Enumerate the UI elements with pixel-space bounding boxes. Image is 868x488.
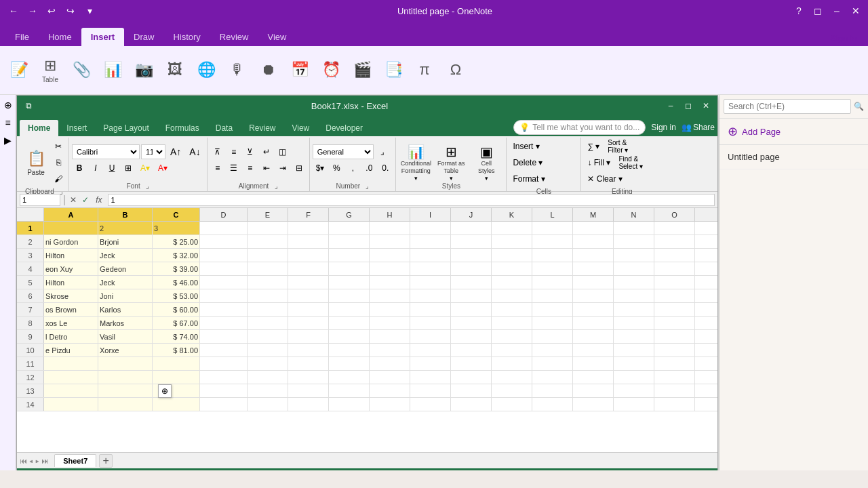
cell-5-H[interactable]	[370, 276, 410, 289]
cell-9-B[interactable]: Vasil	[98, 330, 153, 343]
cell-5-I[interactable]	[410, 276, 451, 289]
excel-restore-down[interactable]: ⧉	[22, 100, 35, 112]
cell-3-H[interactable]	[370, 249, 410, 262]
insert-cells-button[interactable]: Insert ▾	[509, 139, 564, 154]
cell-10-N[interactable]	[614, 344, 654, 357]
cell-9-N[interactable]	[614, 330, 654, 343]
excel-close[interactable]: ✕	[700, 100, 712, 112]
page-item-untitled[interactable]: Untitled page	[719, 145, 868, 169]
cell-12-J[interactable]	[451, 371, 492, 384]
cell-8-D[interactable]	[200, 317, 248, 329]
cell-14-D[interactable]	[200, 398, 248, 411]
cell-3-D[interactable]	[200, 249, 248, 262]
decrease-decimal-button[interactable]: 0.	[378, 161, 393, 176]
cell-3-I[interactable]	[410, 249, 451, 262]
currency-button[interactable]: $▾	[313, 161, 328, 176]
help-button[interactable]: ?	[792, 4, 806, 18]
font-family-select[interactable]: Calibri	[72, 144, 140, 159]
cell-1-I[interactable]	[410, 222, 451, 235]
cell-12-I[interactable]	[410, 371, 451, 384]
cell-9-L[interactable]	[532, 330, 573, 343]
cell-11-I[interactable]	[410, 357, 451, 370]
onenote-search-input[interactable]	[724, 99, 851, 114]
tell-me-box[interactable]: 💡 Tell me what you want to do...	[513, 120, 646, 135]
cell-2-L[interactable]	[532, 235, 573, 248]
cell-9-I[interactable]	[410, 330, 451, 343]
cell-14-L[interactable]	[532, 398, 573, 411]
cell-12-E[interactable]	[248, 371, 288, 384]
cell-11-N[interactable]	[614, 357, 654, 370]
cell-7-D[interactable]	[200, 303, 248, 316]
col-header-D[interactable]: D	[200, 208, 248, 222]
format-cells-button[interactable]: Format ▾	[509, 171, 564, 186]
cell-2-J[interactable]	[451, 235, 492, 248]
cell-13-I[interactable]	[410, 384, 451, 397]
row-num-5[interactable]: 5	[17, 276, 44, 289]
search-icon[interactable]: 🔍	[854, 102, 864, 111]
cell-11-B[interactable]	[98, 357, 153, 370]
cell-5-K[interactable]	[492, 276, 532, 289]
row-num-13[interactable]: 13	[17, 384, 44, 397]
video-record-icon[interactable]: ⏺	[255, 53, 282, 88]
cell-6-G[interactable]	[329, 289, 370, 302]
web-icon[interactable]: 🌐	[193, 53, 220, 88]
cell-11-A[interactable]	[44, 357, 98, 370]
cell-6-I[interactable]	[410, 289, 451, 302]
cell-3-F[interactable]	[288, 249, 329, 262]
cell-1-B[interactable]: 2	[98, 222, 153, 235]
cell-12-B[interactable]	[98, 371, 153, 384]
row-num-1[interactable]: 1	[17, 222, 44, 235]
cell-5-J[interactable]	[451, 276, 492, 289]
cell-4-A[interactable]: eon Xuy	[44, 262, 98, 275]
cell-6-M[interactable]	[573, 289, 614, 302]
increase-font-size-button[interactable]: A↑	[167, 144, 184, 159]
cell-4-J[interactable]	[451, 262, 492, 275]
cell-13-E[interactable]	[248, 384, 288, 397]
cell-13-O[interactable]	[654, 384, 695, 397]
percent-button[interactable]: %	[329, 161, 344, 176]
cell-9-C[interactable]: $ 74.00	[153, 330, 200, 343]
cell-14-A[interactable]	[44, 398, 98, 411]
cell-5-L[interactable]	[532, 276, 573, 289]
cell-8-O[interactable]	[654, 317, 695, 329]
cell-10-J[interactable]	[451, 344, 492, 357]
cell-3-C[interactable]: $ 32.00	[153, 249, 200, 262]
cell-7-H[interactable]	[370, 303, 410, 316]
cell-4-G[interactable]	[329, 262, 370, 275]
col-header-E[interactable]: E	[248, 208, 288, 222]
copy-button[interactable]: ⎘	[51, 155, 66, 170]
excel-maximize[interactable]: ◻	[682, 100, 694, 112]
left-tool-1[interactable]: ⊕	[1, 98, 16, 113]
excel-share[interactable]: 👥 Share	[682, 123, 715, 132]
add-page-button[interactable]: ⊕ Add Page	[719, 119, 868, 145]
cell-10-G[interactable]	[329, 344, 370, 357]
cell-2-G[interactable]	[329, 235, 370, 248]
pdf-icon[interactable]: 📑	[380, 53, 407, 88]
cell-13-N[interactable]	[614, 384, 654, 397]
excel-tab-insert[interactable]: Insert	[58, 120, 95, 136]
cell-8-M[interactable]	[573, 317, 614, 329]
cell-1-O[interactable]	[654, 222, 695, 235]
cell-6-E[interactable]	[248, 289, 288, 302]
align-bottom-button[interactable]: ⊻	[243, 144, 258, 159]
cell-13-F[interactable]	[288, 384, 329, 397]
omega-icon[interactable]: Ω	[442, 53, 469, 88]
align-middle-button[interactable]: ≡	[226, 144, 241, 159]
cell-9-J[interactable]	[451, 330, 492, 343]
forward-button[interactable]: →	[24, 3, 41, 19]
cell-13-K[interactable]	[492, 384, 532, 397]
col-header-H[interactable]: H	[370, 208, 410, 222]
cell-7-N[interactable]	[614, 303, 654, 316]
number-format-expand[interactable]: ⌟	[375, 144, 390, 159]
cell-8-H[interactable]	[370, 317, 410, 329]
cell-1-C[interactable]: 3	[153, 222, 200, 235]
orientation-button[interactable]: ◫	[275, 144, 290, 159]
cell-8-N[interactable]	[614, 317, 654, 329]
cell-1-A[interactable]	[44, 222, 98, 235]
format-as-table-button[interactable]: ⊞ Format asTable ▾	[434, 142, 468, 178]
cell-4-O[interactable]	[654, 262, 695, 275]
comma-button[interactable]: ,	[345, 161, 360, 176]
cell-12-H[interactable]	[370, 371, 410, 384]
cell-14-H[interactable]	[370, 398, 410, 411]
cell-1-K[interactable]	[492, 222, 532, 235]
